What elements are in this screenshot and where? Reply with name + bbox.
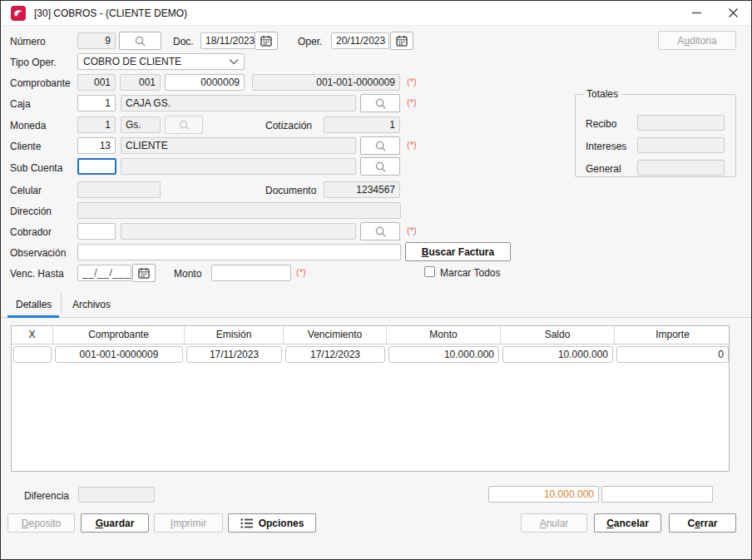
- grid-row: 001-001-000000917/11/202317/12/202310.00…: [12, 344, 729, 365]
- grid-cell-value: 001-001-0000009: [55, 346, 183, 363]
- comprobante-completo-field: 001-001-0000009: [252, 74, 400, 91]
- monto-required-marker: (*): [296, 267, 306, 277]
- diferencia-label: Diferencia: [24, 488, 69, 503]
- celular-field: [77, 181, 161, 198]
- grid-cell[interactable]: 17/12/2023: [284, 344, 387, 365]
- intereses-field: [637, 137, 725, 153]
- tipo-oper-dropdown[interactable]: COBRO DE CLIENTE: [77, 53, 245, 70]
- doc-calendar-button[interactable]: [255, 32, 278, 50]
- list-icon: [240, 518, 254, 529]
- minimize-button[interactable]: [678, 1, 715, 25]
- anular-button[interactable]: Anular: [521, 513, 587, 533]
- grid-cell[interactable]: 0: [615, 344, 730, 365]
- cliente-label: Cliente: [10, 139, 41, 154]
- cotizacion-field: 1: [324, 116, 400, 133]
- numero-field: 9: [77, 32, 116, 49]
- grid-cell[interactable]: 17/11/2023: [185, 344, 284, 365]
- venc-hasta-calendar-button[interactable]: [132, 264, 156, 282]
- venc-hasta-label: Venc. Hasta: [10, 266, 64, 281]
- chevron-down-icon: [229, 58, 239, 65]
- cliente-nombre-field: CLIENTE: [121, 137, 356, 154]
- grid-cell[interactable]: [12, 344, 53, 365]
- moneda-label: Moneda: [10, 118, 46, 133]
- cliente-search-button[interactable]: [360, 136, 400, 155]
- grid-cell-value: 10.000.000: [502, 346, 613, 363]
- documento-field: 1234567: [324, 181, 400, 198]
- grid-cell[interactable]: 001-001-0000009: [53, 344, 185, 365]
- comprobante-punto-field: 001: [120, 74, 161, 91]
- oper-calendar-button[interactable]: [390, 32, 413, 50]
- deposito-button[interactable]: Deposito: [7, 513, 75, 533]
- cerrar-button[interactable]: Cerrar: [669, 513, 736, 533]
- caja-label: Caja: [10, 97, 31, 112]
- grid-cell-value: 0: [616, 346, 729, 363]
- caja-search-button[interactable]: [360, 94, 400, 112]
- monto-label: Monto: [174, 266, 201, 281]
- tipo-oper-label: Tipo Oper.: [10, 55, 57, 70]
- celular-label: Celular: [10, 183, 42, 198]
- marcar-todos-checkbox[interactable]: [424, 266, 435, 277]
- grid-header-cell[interactable]: Vencimiento: [284, 326, 387, 344]
- intereses-label: Intereses: [586, 139, 626, 154]
- recibo-field: [637, 115, 725, 131]
- grid-cell[interactable]: 10.000.000: [387, 344, 501, 365]
- sub-cuenta-nombre-field: [121, 158, 356, 175]
- grid-header-cell[interactable]: Comprobante: [53, 326, 185, 344]
- grid-cell[interactable]: 10.000.000: [501, 344, 615, 365]
- cobros-dialog: [30] COBROS - (CLIENTE DEMO) Número 9 Do…: [0, 0, 752, 560]
- observacion-field[interactable]: [77, 244, 401, 260]
- tab-archivos[interactable]: Archivos: [72, 295, 111, 315]
- grid-header-cell[interactable]: Emisión: [185, 326, 284, 344]
- opciones-button[interactable]: Opciones: [228, 513, 316, 533]
- diferencia-field: [78, 487, 155, 503]
- cobrador-codigo-field[interactable]: [77, 223, 116, 240]
- doc-date-field[interactable]: 18/11/2023: [200, 32, 255, 49]
- numero-label: Número: [10, 34, 46, 49]
- close-button[interactable]: [715, 1, 751, 25]
- caja-codigo-field[interactable]: 1: [77, 95, 116, 112]
- caja-nombre-field: CAJA GS.: [121, 95, 356, 112]
- cotizacion-label: Cotización: [265, 118, 312, 133]
- total-extra-field: [601, 486, 713, 503]
- grid-body: 001-001-000000917/11/202317/12/202310.00…: [12, 344, 729, 365]
- auditoria-button[interactable]: Auditoria: [658, 31, 736, 50]
- cancelar-button[interactable]: Cancelar: [594, 513, 661, 533]
- buscar-factura-button[interactable]: Buscar Factura: [405, 242, 511, 261]
- tabs-separator: [1, 317, 751, 318]
- cobrador-required-marker: (*): [407, 225, 417, 235]
- observacion-label: Observación: [10, 245, 66, 260]
- documento-label: Documento: [265, 183, 316, 198]
- total-saldo-field: 10.000.000: [488, 486, 599, 503]
- tab-divider: [61, 294, 62, 314]
- sub-cuenta-search-button[interactable]: [360, 157, 400, 176]
- grid-header-cell[interactable]: Monto: [387, 326, 501, 344]
- active-tab-indicator: [7, 315, 59, 318]
- comprobante-numero-field[interactable]: 0000009: [165, 74, 245, 91]
- direccion-label: Dirección: [10, 204, 52, 219]
- moneda-search-button: [165, 116, 203, 134]
- direccion-field: [77, 202, 401, 219]
- cliente-required-marker: (*): [407, 140, 417, 150]
- monto-field[interactable]: [211, 265, 291, 281]
- guardar-button[interactable]: Guardar: [81, 513, 149, 533]
- imprimir-button[interactable]: Imprimir: [154, 513, 223, 533]
- venc-hasta-field[interactable]: __/__/____: [77, 265, 131, 281]
- oper-date-field[interactable]: 20/11/2023: [331, 32, 389, 49]
- grid-cell-value: [13, 346, 52, 363]
- comprobante-label: Comprobante: [10, 76, 71, 91]
- grid-cell-value: 17/11/2023: [186, 346, 282, 363]
- caja-required-marker: (*): [407, 97, 417, 107]
- comprobante-required-marker: (*): [407, 77, 417, 87]
- general-field: [637, 160, 725, 176]
- recibo-label: Recibo: [586, 116, 616, 131]
- numero-search-button[interactable]: [119, 32, 161, 50]
- sub-cuenta-codigo-field[interactable]: [77, 158, 116, 175]
- grid-header-cell[interactable]: X: [12, 326, 53, 344]
- cliente-codigo-field[interactable]: 13: [77, 137, 116, 154]
- grid-header-cell[interactable]: Importe: [615, 326, 730, 344]
- grid-cell-value: 17/12/2023: [285, 346, 385, 363]
- tab-detalles[interactable]: Detalles: [16, 295, 52, 315]
- grid-header-cell[interactable]: Saldo: [501, 326, 615, 344]
- cobrador-search-button[interactable]: [360, 222, 400, 240]
- grid-header: XComprobanteEmisiónVencimientoMontoSaldo…: [12, 326, 729, 344]
